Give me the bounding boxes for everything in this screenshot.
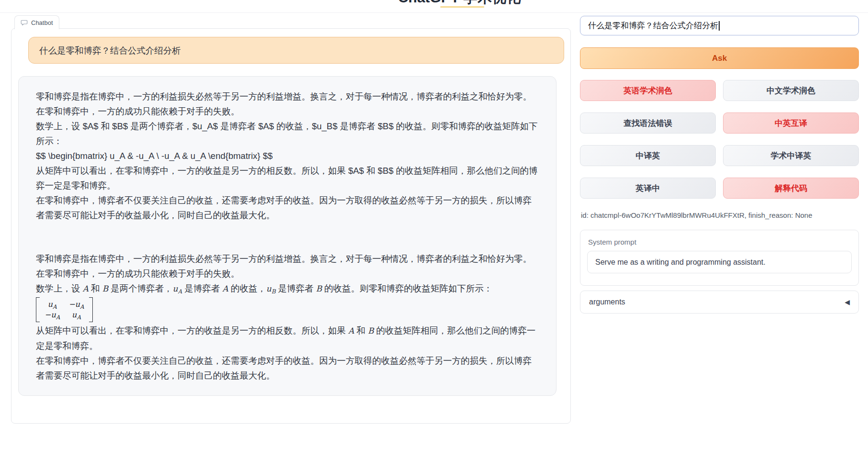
math-var-sub: A [56, 314, 60, 321]
text-caret [719, 21, 720, 31]
bot-rendered-paragraph: 零和博弈是指在博弈中，一方的利益损失必然等于另一方的利益增益。换言之，对于每一种… [36, 251, 539, 383]
bot-message-bubble: 零和博弈是指在博弈中，一方的利益损失必然等于另一方的利益增益。换言之，对于每一种… [18, 76, 556, 396]
accordion-label: arguments [589, 298, 625, 306]
bot-raw-paragraph: 零和博弈是指在博弈中，一方的利益损失必然等于另一方的利益增益。换言之，对于每一种… [36, 89, 539, 223]
math-var-base: u [72, 310, 77, 319]
math-var: A [83, 284, 89, 293]
math-var-sub: A [77, 314, 81, 321]
matrix-left-bracket [36, 297, 40, 322]
text-segment: 和 [354, 325, 368, 336]
app-root: ChatGPT 学术优化 Chatbot 什么是零和博弈？结合公式介绍分析 零和… [0, 0, 868, 460]
system-prompt-value: Serve me as a writing and programming as… [595, 258, 766, 267]
text-segment: 是博弈者 [276, 283, 316, 293]
math-var: B [102, 284, 109, 293]
quick-button-find-grammar-errors[interactable]: 查找语法错误 [580, 112, 716, 134]
text-segment: 的收益， [228, 283, 266, 293]
math-var-base: u [266, 284, 271, 293]
system-prompt-input[interactable]: Serve me as a writing and programming as… [587, 251, 852, 273]
text-segment: 数学上，设 [36, 283, 83, 293]
text-segment: 的收益。则零和博弈的收益矩阵如下所示： [322, 283, 493, 293]
math-var-sub: B [271, 288, 276, 295]
title-underline-fragment [440, 6, 484, 8]
system-prompt-box: System prompt Serve me as a writing and … [580, 230, 859, 286]
text-segment: 是两个博弈者， [108, 283, 173, 293]
math-var: uA [173, 284, 182, 293]
rendered-final-line: 在零和博弈中，博弈者不仅要关注自己的收益，还需要考虑对手的收益。因为一方取得的收… [36, 353, 539, 383]
quick-button-academic-chinese-to-english[interactable]: 学术中译英 [723, 145, 859, 166]
arguments-accordion[interactable]: arguments ◀ [580, 291, 859, 314]
text-segment: 是博弈者 [182, 283, 222, 293]
user-message-bubble: 什么是零和博弈？结合公式介绍分析 [28, 37, 564, 64]
quick-button-chinese-to-english[interactable]: 中译英 [580, 145, 716, 166]
matrix-cells: uA −uA −uA uA [41, 297, 88, 322]
chat-bubble-icon [21, 19, 28, 26]
matrix-cell: uA [45, 299, 60, 310]
quick-button-english-academic-polish[interactable]: 英语学术润色 [580, 80, 716, 101]
matrix-right-bracket [89, 297, 93, 322]
rendered-intro: 零和博弈是指在博弈中，一方的利益损失必然等于另一方的利益增益。换言之，对于每一种… [36, 251, 539, 281]
chatbot-panel: Chatbot 什么是零和博弈？结合公式介绍分析 零和博弈是指在博弈中，一方的利… [11, 28, 571, 424]
question-input-value: 什么是零和博弈？结合公式介绍分析 [588, 20, 718, 31]
math-var-base: −u [68, 300, 80, 309]
math-var: A [348, 326, 354, 336]
text-segment: 从矩阵中可以看出，在零和博弈中，一方的收益是另一方的相反数。所以，如果 [36, 325, 348, 336]
matrix-cell: −uA [68, 299, 84, 310]
math-var-base: −u [45, 310, 56, 319]
quick-actions-grid: 英语学术润色 中文学术润色 查找语法错误 中英互译 中译英 学术中译英 英译中 … [580, 80, 859, 199]
rendered-conclusion-line: 从矩阵中可以看出，在零和博弈中，一方的收益是另一方的相反数。所以，如果 A 和 … [36, 323, 539, 353]
math-var: B [368, 326, 374, 336]
question-input[interactable]: 什么是零和博弈？结合公式介绍分析 [580, 16, 859, 35]
quick-button-english-to-chinese[interactable]: 英译中 [580, 178, 716, 199]
math-var-base: u [173, 284, 178, 293]
quick-button-explain-code[interactable]: 解释代码 [723, 178, 859, 199]
quick-button-chinese-academic-polish[interactable]: 中文学术润色 [723, 80, 859, 101]
user-message-text: 什么是零和博弈？结合公式介绍分析 [39, 45, 181, 56]
math-var: uB [266, 284, 276, 293]
math-var-base: u [48, 300, 53, 309]
matrix-cell: −uA [45, 310, 60, 320]
system-prompt-label: System prompt [588, 238, 852, 246]
completion-status-line: id: chatcmpl-6wOo7KrYTwMl89lbrMWRu4UkFFX… [581, 211, 812, 219]
matrix-cell: uA [68, 310, 84, 320]
chatbot-label-text: Chatbot [31, 19, 53, 26]
collapse-arrow-icon: ◀ [845, 298, 850, 306]
payoff-matrix: uA −uA −uA uA [36, 297, 93, 322]
math-var: B [316, 284, 322, 293]
ask-button[interactable]: Ask [580, 47, 859, 69]
header-divider [0, 12, 868, 13]
text-segment: 和 [89, 283, 102, 293]
chatbot-label: Chatbot [14, 15, 59, 29]
rendered-math-intro-line: 数学上，设 A 和 B 是两个博弈者，uA 是博弈者 A 的收益，uB 是博弈者… [36, 281, 539, 296]
math-var: A [223, 284, 228, 293]
quick-button-chinese-english-mutual-translate[interactable]: 中英互译 [723, 112, 859, 134]
